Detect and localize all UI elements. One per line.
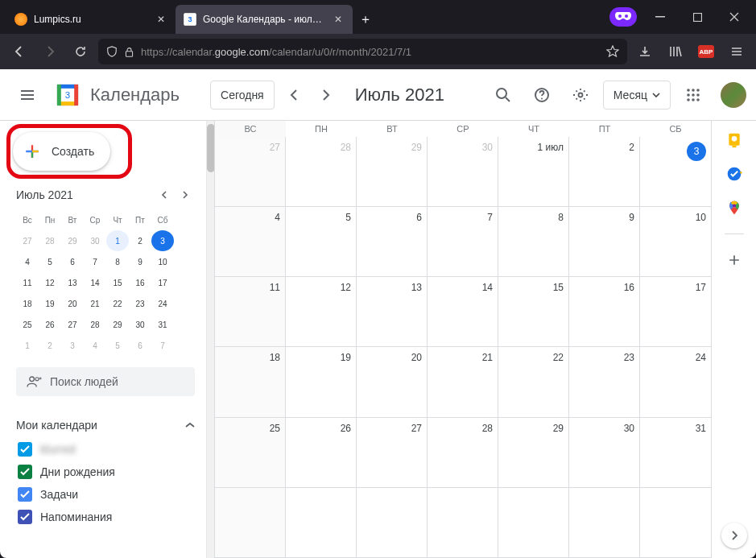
addons-plus-icon[interactable] xyxy=(726,252,742,268)
mini-day[interactable]: 18 xyxy=(16,293,39,314)
close-window-button[interactable] xyxy=(716,0,753,34)
grid-day[interactable]: 30 xyxy=(569,418,640,487)
mini-day[interactable]: 19 xyxy=(39,293,61,314)
grid-day[interactable]: 30 xyxy=(428,137,498,206)
grid-day[interactable] xyxy=(215,488,286,557)
mini-day[interactable]: 11 xyxy=(16,272,39,293)
tab-lumpics[interactable]: Lumpics.ru ✕ xyxy=(6,5,176,34)
mini-day[interactable]: 21 xyxy=(84,293,106,314)
grid-day[interactable]: 25 xyxy=(215,418,286,487)
mini-day[interactable]: 9 xyxy=(129,251,151,272)
grid-day[interactable]: 28 xyxy=(286,137,357,206)
grid-day[interactable]: 12 xyxy=(286,277,357,346)
grid-day[interactable]: 15 xyxy=(498,277,569,346)
checkbox[interactable] xyxy=(18,442,32,457)
mini-day[interactable]: 26 xyxy=(39,314,61,335)
grid-day[interactable]: 31 xyxy=(640,418,711,487)
grid-day[interactable]: 5 xyxy=(286,207,357,276)
grid-day[interactable]: 11 xyxy=(215,277,286,346)
star-icon[interactable] xyxy=(606,45,619,58)
mini-day[interactable]: 15 xyxy=(106,272,129,293)
back-button[interactable] xyxy=(6,39,32,64)
mini-day[interactable]: 14 xyxy=(84,272,106,293)
grid-day[interactable]: 29 xyxy=(498,418,569,487)
mini-day[interactable]: 27 xyxy=(16,230,39,251)
mini-day[interactable]: 16 xyxy=(129,272,151,293)
mini-day[interactable]: 23 xyxy=(129,293,151,314)
grid-day[interactable]: 24 xyxy=(640,347,711,416)
mini-day[interactable]: 8 xyxy=(106,251,129,272)
grid-day[interactable]: 6 xyxy=(357,207,428,276)
mini-prev-button[interactable] xyxy=(155,185,174,205)
grid-day[interactable]: 14 xyxy=(428,277,498,346)
mini-next-button[interactable] xyxy=(176,185,195,205)
close-icon[interactable]: ✕ xyxy=(155,13,167,26)
mini-day[interactable]: 3 xyxy=(151,230,174,251)
grid-day[interactable]: 9 xyxy=(569,207,640,276)
grid-day[interactable] xyxy=(357,488,428,557)
minimize-button[interactable] xyxy=(642,0,679,34)
help-button[interactable] xyxy=(526,79,558,111)
library-button[interactable] xyxy=(663,39,688,64)
checkbox[interactable] xyxy=(18,465,32,479)
account-avatar[interactable] xyxy=(721,82,746,108)
mini-day[interactable]: 25 xyxy=(16,314,39,335)
mini-day[interactable]: 7 xyxy=(84,251,106,272)
calendar-item[interactable]: Дни рождения xyxy=(16,461,195,483)
url-bar[interactable]: https://calendar.google.com/calendar/u/0… xyxy=(98,39,627,64)
grid-day[interactable]: 4 xyxy=(215,207,286,276)
mini-day[interactable]: 6 xyxy=(129,335,151,356)
next-month-button[interactable] xyxy=(313,82,339,108)
mini-day[interactable]: 4 xyxy=(16,251,39,272)
grid-day[interactable]: 19 xyxy=(286,347,357,416)
view-selector[interactable]: Месяц xyxy=(603,81,671,110)
maximize-button[interactable] xyxy=(679,0,716,34)
grid-day[interactable]: 16 xyxy=(569,277,640,346)
grid-day[interactable]: 3 xyxy=(640,137,711,206)
today-button[interactable]: Сегодня xyxy=(210,81,275,110)
mini-day[interactable]: 31 xyxy=(151,314,174,335)
mini-day[interactable]: 22 xyxy=(106,293,129,314)
mini-day[interactable]: 3 xyxy=(61,335,84,356)
grid-day[interactable]: 2 xyxy=(569,137,640,206)
abp-icon[interactable]: ABP xyxy=(693,39,719,64)
mini-day[interactable]: 20 xyxy=(61,293,84,314)
downloads-button[interactable] xyxy=(632,39,658,64)
grid-day[interactable]: 26 xyxy=(286,418,357,487)
mini-day[interactable]: 12 xyxy=(39,272,61,293)
mini-day[interactable]: 29 xyxy=(106,314,129,335)
collapse-panel-button[interactable] xyxy=(721,523,747,548)
mini-day[interactable]: 17 xyxy=(151,272,174,293)
mini-day[interactable]: 30 xyxy=(84,230,106,251)
calendar-item[interactable]: blurred xyxy=(16,438,195,461)
grid-day[interactable]: 28 xyxy=(428,418,498,487)
section-toggle[interactable]: Мои календари xyxy=(16,412,195,438)
grid-day[interactable] xyxy=(498,488,569,557)
close-icon[interactable]: ✕ xyxy=(332,13,345,26)
mini-day[interactable]: 2 xyxy=(129,230,151,251)
checkbox[interactable] xyxy=(18,487,32,502)
mini-day[interactable]: 28 xyxy=(39,230,61,251)
keep-icon[interactable] xyxy=(726,132,742,148)
grid-day[interactable]: 7 xyxy=(428,207,498,276)
hamburger-button[interactable] xyxy=(10,77,45,113)
grid-day[interactable]: 27 xyxy=(215,137,286,206)
grid-day[interactable]: 10 xyxy=(640,207,711,276)
mini-day[interactable]: 5 xyxy=(106,335,129,356)
mini-day[interactable]: 24 xyxy=(151,293,174,314)
mini-day[interactable]: 6 xyxy=(61,251,84,272)
calendar-item[interactable]: Задачи xyxy=(16,483,195,506)
people-search[interactable]: Поиск людей xyxy=(16,367,195,396)
tab-google-calendar[interactable]: 3 Google Календарь - июль 2021 ✕ xyxy=(176,5,353,34)
reload-button[interactable] xyxy=(68,39,93,64)
grid-day[interactable] xyxy=(286,488,357,557)
grid-day[interactable]: 22 xyxy=(498,347,569,416)
sidebar-scrollbar[interactable] xyxy=(206,121,214,558)
grid-day[interactable]: 1 июл xyxy=(498,137,569,206)
forward-button[interactable] xyxy=(37,39,63,64)
mini-day[interactable]: 28 xyxy=(84,314,106,335)
grid-day[interactable] xyxy=(569,488,640,557)
grid-day[interactable]: 20 xyxy=(357,347,428,416)
settings-button[interactable] xyxy=(564,79,597,111)
new-tab-button[interactable]: ＋ xyxy=(353,5,378,34)
